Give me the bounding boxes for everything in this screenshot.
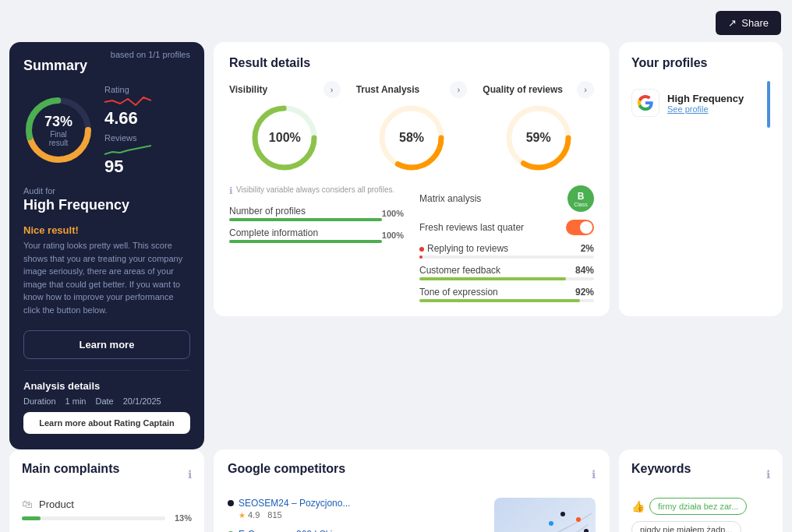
reviews-label: Reviews xyxy=(104,133,137,143)
visibility-label: Visibility xyxy=(229,84,267,95)
replying-pct: 2% xyxy=(581,243,594,254)
rating-label: Rating xyxy=(104,85,129,94)
summary-title: Summary xyxy=(23,58,87,74)
fresh-label: Fresh reviews last quater xyxy=(419,222,524,233)
number-profiles-label: Number of profiles xyxy=(229,206,382,217)
keywords-list: 👍 firmy działa bez zar... nigdy nie miał… xyxy=(631,498,770,532)
replying-label: Replying to reviews xyxy=(419,243,508,254)
comp1-rating: ★ 4.9 xyxy=(239,510,260,520)
matrix-label: Matrix analysis xyxy=(419,193,481,204)
tone-label: Tone of expression xyxy=(419,287,498,298)
rating-value: 4.66 xyxy=(104,110,151,127)
feedback-label: Customer feedback xyxy=(419,265,500,276)
audit-name: High Frequency xyxy=(23,197,190,213)
trust-circle: 58% xyxy=(377,103,447,173)
feedback-pct: 84% xyxy=(575,265,594,276)
keyword-2: nigdy nie miałem żadn... xyxy=(631,521,770,532)
trust-chevron[interactable]: › xyxy=(450,81,467,98)
learn-more-button[interactable]: Learn more xyxy=(23,330,190,359)
date-label: Date xyxy=(95,396,113,406)
result-details-panel: Result details Visibility › 100% xyxy=(214,42,610,316)
visibility-chevron[interactable]: › xyxy=(324,81,341,98)
complaints-info-icon[interactable]: ℹ xyxy=(188,468,192,481)
number-profiles-pct: 100% xyxy=(382,209,404,218)
learn-about-button[interactable]: Learn more about Rating Captain xyxy=(23,412,190,434)
complete-info-pct: 100% xyxy=(382,231,404,240)
keyword-1: 👍 firmy działa bez zar... xyxy=(631,498,770,515)
profile-item-google: High Frequency See profile xyxy=(631,89,762,117)
share-button[interactable]: ↗ Share xyxy=(716,11,781,35)
analysis-title: Analysis details xyxy=(23,380,190,392)
quality-chevron[interactable]: › xyxy=(577,81,594,98)
trust-label: Trust Analysis xyxy=(356,84,420,95)
nice-result-title: Nice result! xyxy=(23,224,190,236)
competitors-info-icon[interactable]: ℹ xyxy=(592,468,596,481)
profiles-panel: Your profiles High Frequency See pro xyxy=(619,42,783,316)
competitor-1: SEOSEM24 – Pozycjono... ★ 4.9 815 xyxy=(228,498,482,520)
keywords-info-icon[interactable]: ℹ xyxy=(766,468,770,481)
visibility-metric: Visibility › 100% xyxy=(229,81,341,173)
final-score-donut: 73% Final result xyxy=(23,95,94,165)
b-class-badge: B Class xyxy=(567,185,594,212)
quality-metric: Quality of reviews › 59% xyxy=(483,81,594,173)
trust-metric: Trust Analysis › 58% xyxy=(356,81,468,173)
final-pct: 73% xyxy=(41,114,76,130)
complaints-panel: Main complaints ℹ 🛍 Product 13% 🚚 Delive… xyxy=(9,449,204,532)
visibility-note: ℹ Visibility variable always considers a… xyxy=(229,185,404,196)
product-icon: 🛍 xyxy=(22,498,33,510)
summary-panel: Summary based on 1/1 profiles 73% Final … xyxy=(9,42,204,449)
quality-label: Quality of reviews xyxy=(483,84,563,95)
keywords-title: Keywords xyxy=(631,462,691,476)
quality-details: Replying to reviews 2% Customer feedback… xyxy=(419,243,594,302)
competitors-list: SEOSEM24 – Pozycjono... ★ 4.9 815 E-Comm… xyxy=(228,498,482,532)
nice-result-text: Your rating looks pretty well. This scor… xyxy=(23,239,190,316)
quality-circle: 59% xyxy=(504,103,574,173)
visibility-circle: 100% xyxy=(249,103,320,173)
analysis-details: Analysis details Duration 1 min Date 20/… xyxy=(23,370,190,434)
complaints-title: Main complaints xyxy=(22,462,119,476)
reviews-value: 95 xyxy=(104,158,151,175)
thumb-up-icon: 👍 xyxy=(631,500,645,513)
profile-name: High Frequency xyxy=(667,93,744,104)
scrollbar xyxy=(767,81,770,128)
complete-info-label: Complete information xyxy=(229,227,382,238)
competitors-map xyxy=(494,498,596,532)
keywords-panel: Keywords ℹ 👍 firmy działa bez zar... nig… xyxy=(619,449,783,532)
fresh-reviews-row: Fresh reviews last quater xyxy=(419,220,594,235)
duration-value: 1 min xyxy=(65,396,87,406)
result-details-title: Result details xyxy=(229,56,594,70)
duration-label: Duration xyxy=(23,396,56,406)
competitors-panel: Google competitors ℹ SEOSEM24 – Pozycjon… xyxy=(214,449,610,532)
fresh-reviews-toggle[interactable] xyxy=(566,220,594,235)
google-icon xyxy=(631,89,659,117)
audit-for-label: Audit for xyxy=(23,186,190,196)
final-label: Final result xyxy=(41,130,76,147)
competitors-title: Google competitors xyxy=(228,462,345,476)
share-icon: ↗ xyxy=(728,17,737,29)
date-value: 20/1/2025 xyxy=(123,396,161,406)
profiles-title: Your profiles xyxy=(631,56,770,70)
matrix-row: Matrix analysis B Class xyxy=(419,185,594,212)
competitor-2: E-Commerce 360 | Ski... ★ 4.8 427 xyxy=(228,529,482,532)
tone-pct: 92% xyxy=(575,287,594,298)
complaint-product: 🛍 Product 13% xyxy=(22,498,192,523)
based-on-text: based on 1/1 profiles xyxy=(111,50,190,59)
profile-link[interactable]: See profile xyxy=(667,104,744,114)
